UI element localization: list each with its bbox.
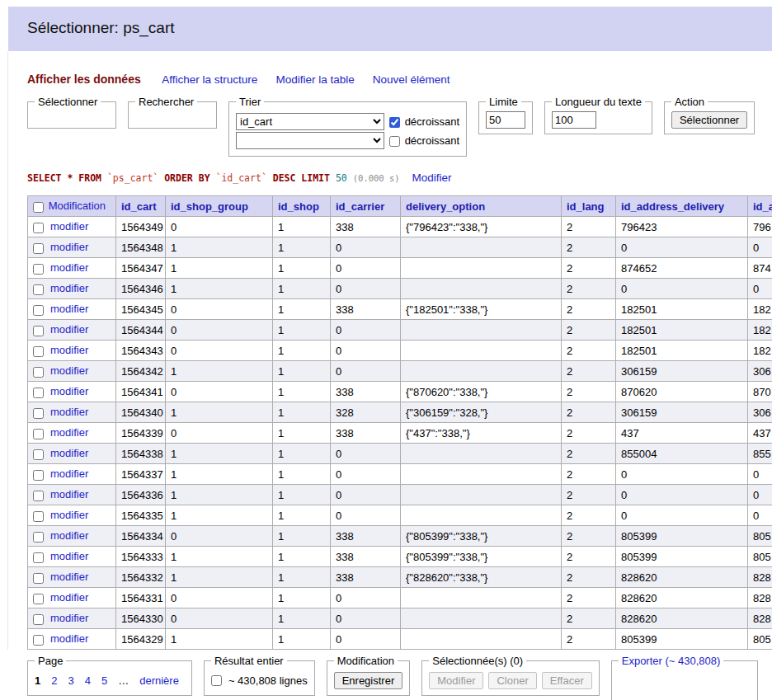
- row-modify-link[interactable]: modifier: [50, 488, 88, 500]
- cell: 306159: [616, 402, 748, 423]
- row-modify-link[interactable]: modifier: [50, 282, 88, 294]
- row-modify-link[interactable]: modifier: [50, 509, 88, 521]
- row-modify-cell: modifier: [28, 299, 116, 320]
- row-checkbox[interactable]: [33, 449, 44, 460]
- row-modify-link[interactable]: modifier: [50, 591, 88, 604]
- row-checkbox[interactable]: [33, 223, 44, 233]
- cell: [401, 629, 562, 650]
- row-checkbox[interactable]: [33, 284, 44, 295]
- row-checkbox[interactable]: [33, 388, 44, 398]
- cell: 182501: [616, 299, 748, 320]
- cell: 2: [562, 402, 616, 423]
- sort-field-select-2[interactable]: [236, 132, 384, 149]
- table-row: modifier15643381102855004855: [28, 444, 772, 464]
- cell: 1564336: [116, 485, 166, 505]
- column-header-link[interactable]: id_shop_group: [171, 200, 248, 213]
- row-modify-link[interactable]: modifier: [50, 632, 88, 645]
- row-modify-link[interactable]: modifier: [50, 447, 88, 459]
- row-checkbox[interactable]: [33, 511, 44, 522]
- row-modify-link[interactable]: modifier: [50, 385, 88, 397]
- row-checkbox[interactable]: [33, 573, 44, 584]
- tab-link[interactable]: Afficher la structure: [162, 73, 257, 86]
- row-checkbox[interactable]: [33, 614, 44, 625]
- cell: 338: [331, 217, 401, 237]
- text-length-input[interactable]: [552, 111, 596, 129]
- row-modify-link[interactable]: modifier: [50, 364, 88, 377]
- page-link[interactable]: 3: [68, 674, 73, 687]
- row-modify-link[interactable]: modifier: [50, 467, 88, 480]
- sql-edit-link[interactable]: Modifier: [412, 171, 452, 184]
- column-header-link[interactable]: id_carrier: [336, 200, 384, 213]
- row-checkbox[interactable]: [33, 305, 44, 316]
- row-checkbox[interactable]: [33, 264, 44, 275]
- row-modify-cell: modifier: [28, 526, 116, 547]
- row-checkbox[interactable]: [33, 635, 44, 646]
- cell: 2: [562, 629, 616, 650]
- page-link[interactable]: 5: [101, 674, 107, 687]
- column-header-link[interactable]: id_cart: [121, 200, 157, 213]
- column-header-link[interactable]: id_address_delivery: [621, 200, 724, 213]
- row-checkbox[interactable]: [33, 408, 44, 419]
- limit-input[interactable]: [486, 111, 525, 129]
- row-modify-link[interactable]: modifier: [50, 323, 88, 336]
- sort-desc-label-2[interactable]: décroissant: [389, 134, 459, 147]
- column-header-link[interactable]: id_shop: [278, 200, 319, 213]
- row-checkbox[interactable]: [33, 594, 44, 604]
- row-modify-cell: modifier: [28, 258, 116, 279]
- fieldset-modification-legend: Modification: [334, 655, 398, 667]
- column-header-link[interactable]: delivery_option: [406, 200, 485, 213]
- export-link[interactable]: Exporter (~ 430,808): [622, 655, 721, 667]
- cell: 1: [273, 588, 331, 608]
- sort-desc-label-1[interactable]: décroissant: [389, 115, 459, 128]
- sort-desc-checkbox-2[interactable]: [389, 136, 400, 147]
- row-modify-link[interactable]: modifier: [50, 261, 88, 274]
- table-row: modifier15643291102805399805: [28, 629, 772, 650]
- row-checkbox[interactable]: [33, 243, 44, 254]
- cell: 0: [166, 588, 273, 608]
- row-modify-link[interactable]: modifier: [50, 529, 88, 542]
- cell: 0: [166, 526, 273, 547]
- select-submit-button[interactable]: Sélectionner: [671, 111, 747, 129]
- modification-header-link[interactable]: Modification: [49, 200, 106, 212]
- last-page-link[interactable]: dernière: [139, 674, 179, 687]
- cell: 2: [562, 588, 616, 608]
- row-modify-cell: modifier: [28, 341, 116, 361]
- row-checkbox[interactable]: [33, 367, 44, 378]
- row-modify-link[interactable]: modifier: [50, 303, 88, 315]
- select-all-checkbox[interactable]: [33, 202, 44, 213]
- row-checkbox[interactable]: [33, 470, 44, 481]
- save-button[interactable]: Enregistrer: [334, 672, 403, 689]
- row-checkbox[interactable]: [33, 491, 44, 501]
- column-header-link[interactable]: id_a: [753, 200, 772, 213]
- row-modify-link[interactable]: modifier: [50, 220, 88, 233]
- row-modify-link[interactable]: modifier: [50, 426, 88, 439]
- column-header-link[interactable]: id_lang: [567, 200, 605, 213]
- sort-field-select[interactable]: id_cart: [236, 113, 384, 130]
- row-checkbox[interactable]: [33, 552, 44, 563]
- tab-link[interactable]: Modifier la table: [275, 73, 354, 86]
- row-modify-link[interactable]: modifier: [50, 550, 88, 562]
- row-checkbox[interactable]: [33, 429, 44, 439]
- row-checkbox[interactable]: [33, 346, 44, 357]
- whole-result-checkbox[interactable]: [211, 675, 222, 686]
- selected-action-button[interactable]: Effacer: [542, 672, 592, 689]
- selected-action-button[interactable]: Cloner: [488, 672, 536, 689]
- table-row: modifier15643471102874652874: [28, 258, 772, 279]
- row-modify-link[interactable]: modifier: [50, 571, 88, 583]
- selected-action-button[interactable]: Modifier: [429, 672, 483, 689]
- row-modify-cell: modifier: [28, 402, 116, 423]
- fieldset-sort: Trier id_cart décroissant décroissant: [228, 96, 467, 157]
- cell: 1: [166, 547, 273, 567]
- cell: 0: [331, 341, 401, 361]
- sort-desc-checkbox-1[interactable]: [389, 117, 400, 128]
- row-modify-link[interactable]: modifier: [50, 344, 88, 356]
- row-modify-link[interactable]: modifier: [50, 241, 88, 253]
- row-checkbox[interactable]: [33, 326, 44, 336]
- row-modify-link[interactable]: modifier: [50, 406, 88, 418]
- row-checkbox[interactable]: [33, 532, 44, 543]
- cell: 328: [331, 402, 401, 423]
- tab-link[interactable]: Nouvel élément: [373, 73, 450, 86]
- page-link[interactable]: 4: [85, 674, 91, 687]
- row-modify-link[interactable]: modifier: [50, 612, 88, 624]
- page-link[interactable]: 2: [51, 674, 57, 687]
